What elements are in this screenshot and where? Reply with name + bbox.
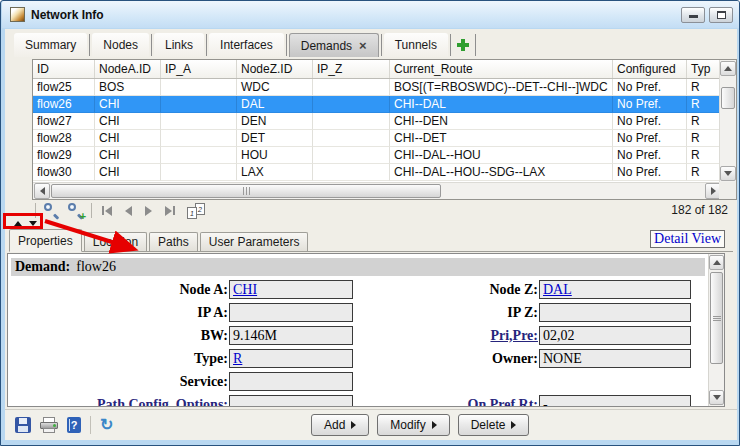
scrollbar-corner	[719, 182, 736, 199]
table-row[interactable]: flow30CHILAXCHI--DAL--HOU--SDG--LAXNo Pr…	[33, 164, 721, 181]
minimize-button[interactable]	[681, 7, 705, 23]
column-header-nodez.id[interactable]: NodeZ.ID	[237, 60, 313, 78]
scroll-down-button[interactable]	[709, 390, 724, 405]
tab-links[interactable]: Links	[154, 33, 204, 57]
field-box[interactable]: DAL	[539, 280, 691, 299]
new-view-plus-icon[interactable]	[453, 33, 473, 57]
tab-close-icon[interactable]: ×	[359, 41, 367, 51]
tab-interfaces[interactable]: Interfaces	[209, 33, 284, 57]
field-label-cell: IP A:	[10, 305, 229, 321]
field-box[interactable]: NONE	[539, 349, 691, 368]
maximize-icon	[717, 11, 726, 19]
titlebar[interactable]: Network Info	[2, 1, 739, 28]
table-cell: flow29	[33, 147, 95, 164]
icon-part	[19, 418, 27, 424]
field-box[interactable]: R	[229, 349, 353, 368]
table-cell: flow28	[33, 130, 95, 147]
icon-part	[165, 206, 172, 216]
maximize-button[interactable]	[709, 7, 733, 23]
column-header-ip_a[interactable]: IP_A	[161, 60, 237, 78]
table-cell	[161, 113, 237, 130]
field-label-cell: IP Z:	[353, 305, 539, 321]
last-record-button[interactable]	[162, 206, 178, 216]
field-box[interactable]	[229, 372, 353, 391]
tab-nodes[interactable]: Nodes	[92, 33, 149, 57]
field-label: Node Z:	[489, 282, 538, 297]
table-row[interactable]: flow29CHIHOUCHI--DAL--HOUNo Pref.R	[33, 147, 721, 164]
table-cell: R	[687, 79, 721, 96]
field-label-cell: Node Z:	[353, 282, 539, 298]
detail-view-button[interactable]: Detail View	[650, 230, 725, 248]
print-icon[interactable]	[40, 417, 58, 433]
field-label-cell: BW:	[10, 328, 229, 344]
horizontal-scroll-thumb[interactable]	[51, 184, 441, 198]
field-box[interactable]: 9.146M	[229, 326, 353, 345]
field-box[interactable]	[229, 303, 353, 322]
scroll-down-button[interactable]	[720, 166, 736, 181]
column-header-id[interactable]: ID	[33, 60, 95, 78]
column-header-ip_z[interactable]: IP_Z	[313, 60, 390, 78]
field-value: 9.146M	[233, 328, 277, 343]
first-record-button[interactable]	[99, 206, 115, 216]
modify-button[interactable]: Modify	[377, 414, 449, 436]
subtab-user-parameters[interactable]: User Parameters	[200, 232, 309, 251]
icon-part	[102, 206, 104, 215]
subtab-paths[interactable]: Paths	[149, 232, 198, 251]
column-header-current_route[interactable]: Current_Route	[390, 60, 613, 78]
field-label[interactable]: Pri,Pre:	[490, 328, 538, 343]
tab-tunnels[interactable]: Tunnels	[384, 33, 448, 57]
window-title: Network Info	[31, 8, 677, 22]
tab-demands[interactable]: Demands×	[289, 33, 379, 57]
table-horizontal-scrollbar[interactable]	[33, 182, 721, 199]
table-row[interactable]: flow25BOSWDCBOS[(T=RBOSWDC)--DET--CHI--]…	[33, 79, 721, 96]
table-row[interactable]: flow27CHIDENCHI--DENNo Pref.R	[33, 113, 721, 130]
column-header-configured[interactable]: Configured	[613, 60, 687, 78]
properties-scrollbar[interactable]	[708, 254, 724, 406]
tab-label: Tunnels	[395, 38, 437, 52]
properties-scroll-thumb[interactable]	[710, 272, 723, 364]
table-body: flow25BOSWDCBOS[(T=RBOSWDC)--DET--CHI--]…	[33, 79, 721, 181]
icon-part	[246, 187, 247, 195]
field-box[interactable]: 02,02	[539, 326, 691, 345]
table-cell	[161, 96, 237, 113]
field-value-link[interactable]: DAL	[543, 282, 572, 297]
field-label: Path Config. Options:	[97, 397, 228, 407]
field-label: IP A:	[197, 305, 228, 320]
field-label[interactable]: On Pref Rt:	[468, 397, 539, 407]
demands-table: IDNodeA.IDIP_ANodeZ.IDIP_ZCurrent_RouteC…	[32, 59, 737, 200]
next-record-button[interactable]	[142, 206, 155, 216]
button-label: Modify	[390, 418, 425, 432]
table-row[interactable]: flow26CHIDALCHI--DALNo Pref.R	[33, 96, 721, 113]
table-cell: R	[687, 164, 721, 181]
previous-record-button[interactable]	[122, 206, 135, 216]
help-icon[interactable]: ?	[67, 417, 81, 433]
column-header-typ[interactable]: Typ	[687, 60, 721, 78]
field-box[interactable]: -	[539, 395, 691, 406]
table-cell: No Pref.	[613, 164, 687, 181]
table-cell: flow27	[33, 113, 95, 130]
icon-part	[724, 171, 732, 176]
field-box[interactable]	[539, 303, 691, 322]
table-cell: CHI	[95, 147, 161, 164]
table-row[interactable]: flow28CHIDETCHI--DETNo Pref.R	[33, 130, 721, 147]
scroll-left-button[interactable]	[34, 183, 50, 199]
save-icon[interactable]	[15, 417, 31, 433]
field-value-link[interactable]: CHI	[233, 282, 257, 297]
field-value: NONE	[543, 351, 582, 366]
field-value-link[interactable]: R	[233, 351, 242, 366]
table-vertical-scrollbar[interactable]	[719, 60, 736, 182]
delete-button[interactable]: Delete	[458, 414, 530, 436]
scroll-up-button[interactable]	[720, 61, 736, 76]
tab-summary[interactable]: Summary	[14, 33, 87, 57]
field-box[interactable]: CHI	[229, 280, 353, 299]
field-box[interactable]	[229, 395, 353, 406]
field-value: 02,02	[543, 328, 575, 343]
add-button[interactable]: Add	[311, 414, 369, 436]
icon-part	[724, 66, 732, 71]
scroll-up-button[interactable]	[709, 255, 724, 270]
column-header-nodea.id[interactable]: NodeA.ID	[95, 60, 161, 78]
vertical-scroll-thumb[interactable]	[721, 87, 735, 109]
tab-label: Links	[165, 38, 193, 52]
refresh-icon[interactable]: ↻	[100, 417, 113, 433]
goto-record-icon[interactable]: 21	[187, 203, 205, 219]
